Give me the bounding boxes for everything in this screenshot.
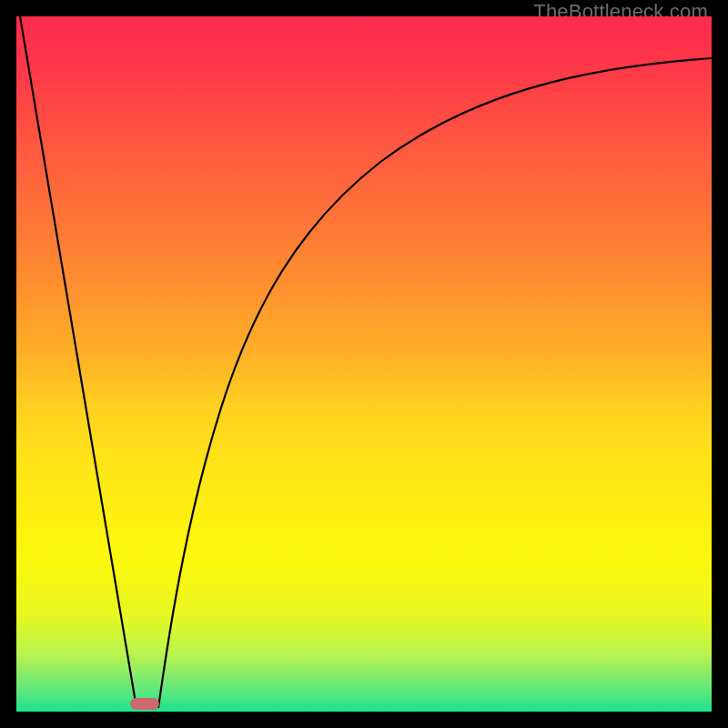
bottleneck-marker <box>130 698 159 710</box>
curve-svg <box>16 16 712 712</box>
chart-container: TheBottleneck.com <box>0 0 728 728</box>
curve-right-segment <box>158 58 712 708</box>
plot-area <box>16 16 712 712</box>
curve-left-segment <box>20 16 136 708</box>
